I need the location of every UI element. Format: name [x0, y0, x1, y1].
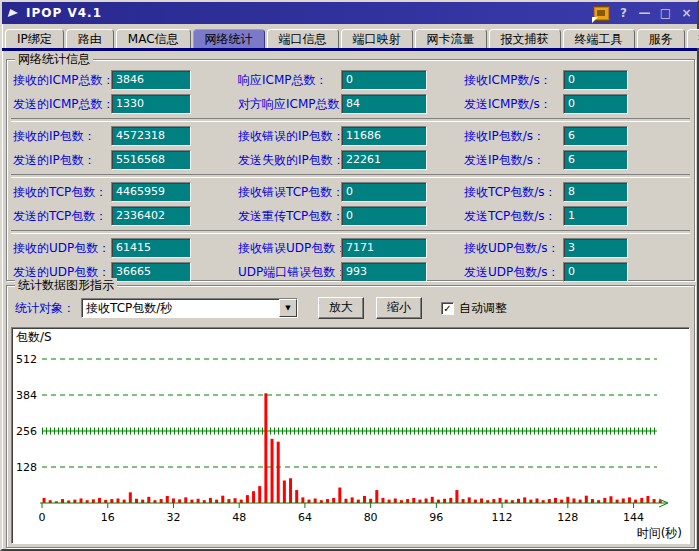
- tab-2[interactable]: 路由: [66, 29, 114, 48]
- chart-bar: [585, 496, 588, 503]
- chart-bar: [462, 499, 465, 503]
- x-tick-label: 16: [101, 511, 115, 524]
- chart-bar: [554, 498, 557, 503]
- stat-label: 接收的IP包数：: [13, 128, 111, 145]
- chart-bar: [474, 500, 477, 503]
- chart-bar: [314, 499, 317, 504]
- stat-label: 接收IP包数/s：: [464, 128, 563, 145]
- stat-value-field: 4572318: [111, 126, 191, 146]
- chart-bar: [332, 498, 335, 503]
- stat-value-field: 61415: [111, 238, 191, 258]
- zoom-in-button[interactable]: 放大: [318, 297, 364, 319]
- chart-bar: [628, 497, 631, 503]
- stats-chart: 1282563845120163248648096112128144包数/S时间…: [12, 328, 690, 541]
- maximize-button[interactable]: □: [658, 6, 673, 20]
- chart-bar: [289, 478, 292, 503]
- tab-5[interactable]: 端口信息: [267, 29, 339, 48]
- chart-bar: [258, 486, 261, 503]
- minimize-button[interactable]: —: [637, 6, 652, 20]
- x-tick-label: 64: [298, 511, 312, 524]
- chart-bar: [197, 499, 200, 503]
- help-button[interactable]: ?: [616, 6, 631, 20]
- separator-line: [11, 118, 690, 122]
- chart-bar: [653, 499, 656, 503]
- stat-value-field: 22261: [341, 150, 427, 170]
- caption-buttons: ? — □ ×: [593, 6, 694, 21]
- stats-body: 接收的ICMP总数：3846响应ICMP总数：0接收ICMP数/s：0发送的IC…: [7, 60, 694, 284]
- network-stats-group: 网络统计信息 接收的ICMP总数：3846响应ICMP总数：0接收ICMP数/s…: [6, 59, 695, 281]
- y-tick-label: 512: [16, 353, 37, 366]
- tab-3[interactable]: MAC信息: [116, 29, 191, 48]
- x-tick-label: 80: [364, 511, 378, 524]
- stat-value-field: 1330: [111, 94, 191, 114]
- stat-value-field: 3846: [111, 70, 191, 90]
- auto-adjust-label: 自动调整: [459, 300, 507, 317]
- x-tick-label: 128: [557, 511, 578, 524]
- stat-label: UDP端口错误包数：: [238, 264, 341, 281]
- chart-bar: [43, 498, 46, 503]
- tab-10[interactable]: 服务: [637, 29, 685, 48]
- app-window: IPOP V4.1 ? — □ × IP绑定路由MAC信息网络统计端口信息端口映…: [0, 0, 699, 551]
- y-tick-label: 384: [16, 389, 37, 402]
- tab-9[interactable]: 终端工具: [563, 29, 635, 48]
- chart-bar: [301, 497, 304, 503]
- chart-bar: [344, 499, 347, 503]
- app-icon: [7, 7, 21, 19]
- chart-bar: [129, 492, 132, 503]
- stat-value-field: 6: [563, 150, 628, 170]
- chart-bar: [141, 500, 144, 503]
- separator-line: [11, 230, 690, 234]
- chart-bar: [523, 497, 526, 503]
- auto-adjust-checkbox[interactable]: ✓: [441, 302, 454, 315]
- stat-label: 接收错误UDP包数：: [238, 240, 341, 257]
- stat-value-field: 4465959: [111, 182, 191, 202]
- zoom-out-button[interactable]: 缩小: [376, 297, 422, 319]
- stat-value-field: 993: [341, 262, 427, 282]
- stat-label: 接收TCP包数/s：: [464, 184, 563, 201]
- stat-target-select[interactable]: 接收TCP包数/秒 ▼: [81, 298, 298, 318]
- chart-bar: [308, 500, 311, 503]
- chart-bar: [609, 496, 612, 503]
- chart-bar: [431, 497, 434, 503]
- chart-panel: 1282563845120163248648096112128144包数/S时间…: [11, 327, 690, 544]
- tray-icon[interactable]: [593, 6, 610, 21]
- x-tick-label: 112: [492, 511, 513, 524]
- stat-value-field: 11686: [341, 126, 427, 146]
- chart-bar: [616, 500, 619, 503]
- stat-value-field: 0: [563, 70, 628, 90]
- tab-1[interactable]: IP绑定: [5, 29, 64, 48]
- x-axis-title: 时间(秒): [637, 526, 682, 540]
- tab-4[interactable]: 网络统计: [193, 29, 265, 48]
- chart-bar: [412, 498, 415, 503]
- stat-row: 接收的TCP包数：4465959接收错误TCP包数：0接收TCP包数/s：8: [7, 180, 694, 204]
- chart-bar: [98, 498, 101, 503]
- tab-7[interactable]: 网卡流量: [415, 29, 487, 48]
- stat-label: 发送UDP包数/s：: [464, 264, 563, 281]
- chart-bar: [579, 500, 582, 503]
- x-tick-label: 32: [166, 511, 180, 524]
- chart-bar: [264, 393, 267, 503]
- tab-11[interactable]: 报文发送: [687, 29, 699, 48]
- chart-bar: [418, 500, 421, 503]
- chart-bar: [184, 497, 187, 503]
- tab-6[interactable]: 端口映射: [341, 29, 413, 48]
- graph-group: 统计数据图形指示 统计对象： 接收TCP包数/秒 ▼ 放大 缩小 ✓ 自动调整 …: [6, 285, 695, 548]
- stat-label: 接收错误TCP包数：: [238, 184, 341, 201]
- chart-bar: [246, 495, 249, 503]
- chart-bar: [425, 499, 428, 504]
- chart-bar: [271, 439, 274, 503]
- chart-bar: [646, 496, 649, 503]
- tab-8[interactable]: 报文捕获: [489, 29, 561, 48]
- chart-bar: [326, 499, 329, 503]
- chart-bar: [536, 499, 539, 504]
- close-button[interactable]: ×: [679, 6, 694, 20]
- stat-label: 发送重传TCP包数：: [238, 208, 341, 225]
- chart-bar: [92, 499, 95, 503]
- stat-value-field: 5516568: [111, 150, 191, 170]
- stat-value-field: 0: [563, 94, 628, 114]
- stat-target-value: 接收TCP包数/秒: [82, 300, 279, 317]
- stat-value-field: 84: [341, 94, 427, 114]
- chevron-down-icon[interactable]: ▼: [279, 299, 297, 317]
- chart-bar: [277, 442, 280, 503]
- chart-bar: [566, 497, 569, 503]
